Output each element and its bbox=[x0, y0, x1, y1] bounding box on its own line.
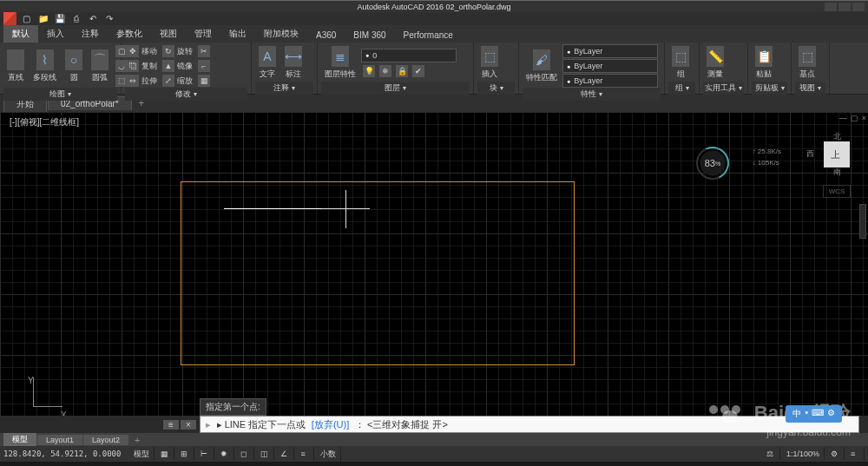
layer-properties-button[interactable]: ≣图层特性 bbox=[321, 44, 359, 82]
ribbon-tab-performance[interactable]: Performance bbox=[395, 28, 462, 43]
layer-freeze-icon[interactable]: ❄ bbox=[378, 64, 393, 78]
base-view-button[interactable]: ⬚基点 bbox=[795, 44, 819, 82]
mirror-button[interactable]: ▲镜像 bbox=[161, 59, 194, 73]
insert-block-button[interactable]: ⬚插入 bbox=[477, 44, 502, 82]
ribbon-tab-insert[interactable]: 插入 bbox=[38, 25, 73, 43]
viewport-controls[interactable]: [-][俯视][二维线框] bbox=[7, 115, 82, 129]
status-ortho-icon[interactable]: ⊢ bbox=[196, 448, 214, 460]
layer-combo[interactable]: 0 bbox=[361, 49, 457, 62]
status-snap-icon[interactable]: ⊞ bbox=[176, 448, 194, 460]
panel-title-group[interactable]: 组 bbox=[668, 82, 695, 95]
panel-title-properties[interactable]: 特性 bbox=[523, 88, 661, 101]
stretch-button[interactable]: ⇔拉伸 bbox=[125, 74, 159, 88]
wcs-label[interactable]: WCS bbox=[823, 185, 852, 198]
status-bar: 128.8420, 54.9212, 0.0000 模型 ▦ ⊞ ⊢ ✹ ◻ ◫… bbox=[0, 446, 868, 462]
status-polar-icon[interactable]: ✹ bbox=[216, 448, 234, 460]
panel-title-utilities[interactable]: 实用工具 bbox=[703, 82, 744, 95]
net-stats: 25.8K/s 105K/s bbox=[753, 147, 781, 169]
view-cube[interactable]: 上 北 南 西 WCS bbox=[811, 138, 863, 198]
array-button[interactable]: ▦ bbox=[196, 74, 212, 88]
linetype-combo[interactable]: ByLayer bbox=[562, 74, 658, 88]
status-model[interactable]: 模型 bbox=[129, 447, 155, 462]
cube-top-face[interactable]: 上 北 南 西 bbox=[824, 141, 850, 167]
ribbon-tab-manage[interactable]: 管理 bbox=[186, 25, 220, 43]
new-icon[interactable]: ▢ bbox=[20, 14, 33, 24]
layer-lock-icon[interactable]: 🔒 bbox=[394, 64, 410, 78]
panel-title-draw[interactable]: 绘图 bbox=[3, 88, 117, 101]
panel-title-layers[interactable]: 图层 bbox=[321, 82, 470, 95]
viewport-minimize-icon[interactable]: — bbox=[839, 114, 847, 122]
fillet-button[interactable]: ⌐ bbox=[196, 59, 212, 73]
polyline-button[interactable]: ⌇多段线 bbox=[30, 48, 60, 85]
copy-button[interactable]: ⿻复制 bbox=[125, 59, 159, 73]
ribbon-tab-annotate[interactable]: 注释 bbox=[73, 25, 108, 43]
viewport-close-icon[interactable]: × bbox=[862, 114, 866, 122]
layout-tab-1[interactable]: Layout1 bbox=[37, 435, 82, 445]
status-grid-icon[interactable]: ▦ bbox=[156, 448, 174, 460]
status-units[interactable]: 小数 bbox=[316, 447, 341, 462]
ribbon-tab-bim360[interactable]: BIM 360 bbox=[345, 28, 394, 43]
crosshair-horizontal bbox=[321, 208, 370, 209]
ribbon-content: 直线 ⌇多段线 ○圆 ⌒圆弧 ▢ ◡ ⬚ 绘图 ✥移动 ⿻复制 ⇔拉伸 ↻旋转 … bbox=[0, 43, 868, 95]
coords-display[interactable]: 128.8420, 54.9212, 0.0000 bbox=[3, 450, 128, 458]
cmd-close-icon[interactable]: × bbox=[181, 420, 196, 430]
panel-title-block[interactable]: 块 bbox=[477, 82, 515, 95]
ribbon-tab-addins[interactable]: 附加模块 bbox=[255, 25, 307, 43]
cmd-history-icon[interactable]: ≡ bbox=[163, 420, 179, 430]
layout-tab-2[interactable]: Layout2 bbox=[83, 435, 128, 445]
open-icon[interactable]: 📁 bbox=[36, 14, 49, 24]
minimize-button[interactable] bbox=[825, 3, 837, 11]
nav-bar[interactable] bbox=[859, 204, 866, 239]
maximize-button[interactable] bbox=[838, 3, 851, 11]
line-button[interactable]: 直线 bbox=[3, 48, 28, 85]
layer-off-icon[interactable]: 💡 bbox=[361, 64, 377, 78]
close-button[interactable] bbox=[852, 3, 865, 11]
circle-button[interactable]: ○圆 bbox=[62, 48, 86, 85]
lineweight-combo[interactable]: ByLayer bbox=[562, 59, 658, 73]
status-lwt-icon[interactable]: ≡ bbox=[296, 448, 314, 460]
group-button[interactable]: ⬚组 bbox=[668, 44, 693, 82]
rotate-button[interactable]: ↻旋转 bbox=[161, 44, 194, 58]
viewport-restore-icon[interactable]: ▢ bbox=[851, 114, 858, 122]
ribbon-tab-a360[interactable]: A360 bbox=[307, 28, 345, 43]
trim-button[interactable]: ✂ bbox=[196, 44, 212, 58]
status-annoscale-icon[interactable]: ⚖ bbox=[762, 448, 780, 460]
panel-title-modify[interactable]: 修改 bbox=[125, 88, 247, 101]
ribbon-tab-default[interactable]: 默认 bbox=[3, 25, 38, 43]
status-3dosnap-icon[interactable]: ◫ bbox=[256, 448, 274, 460]
ribbon-tab-parametric[interactable]: 参数化 bbox=[108, 25, 151, 43]
undo-icon[interactable]: ↶ bbox=[86, 14, 99, 24]
save-icon[interactable]: 💾 bbox=[53, 14, 66, 24]
redo-icon[interactable]: ↷ bbox=[102, 14, 115, 24]
status-osnap-icon[interactable]: ◻ bbox=[236, 448, 254, 460]
dimension-button[interactable]: ⟷标注 bbox=[281, 44, 306, 82]
status-customize-icon[interactable]: ≡ bbox=[846, 448, 865, 460]
perf-gauge: 83% bbox=[696, 147, 729, 180]
arc-button[interactable]: ⌒圆弧 bbox=[88, 48, 112, 85]
paste-button[interactable]: 📋粘贴 bbox=[752, 44, 776, 82]
ribbon-tab-output[interactable]: 输出 bbox=[220, 25, 255, 43]
text-button[interactable]: A文字 bbox=[255, 44, 279, 82]
move-button[interactable]: ✥移动 bbox=[125, 44, 159, 58]
status-zoom[interactable]: 1:1/100% bbox=[782, 448, 825, 460]
drawing-canvas[interactable]: — ▢ × [-][俯视][二维线框] 83% 25.8K/s 105K/s 上… bbox=[0, 112, 868, 416]
status-gear-icon[interactable]: ⚙ bbox=[826, 448, 845, 460]
layout-tab-add[interactable]: + bbox=[129, 435, 145, 445]
app-logo[interactable] bbox=[3, 12, 16, 25]
status-otrack-icon[interactable]: ∠ bbox=[276, 448, 294, 460]
app-title: Autodesk AutoCAD 2016 02_orthoPolar.dwg bbox=[357, 3, 510, 11]
panel-title-view[interactable]: 视图 bbox=[795, 82, 825, 95]
color-combo[interactable]: ByLayer bbox=[562, 44, 658, 58]
panel-title-clipboard[interactable]: 剪贴板 bbox=[752, 82, 787, 95]
layout-tab-model[interactable]: 模型 bbox=[3, 433, 36, 446]
command-line[interactable]: ▸ ▸ LINE 指定下一点或 [放弃(U)] ： <三维对象捕捉 开> bbox=[200, 416, 859, 433]
layer-match-icon[interactable]: ✔ bbox=[411, 64, 426, 78]
save-as-icon[interactable]: ⎙ bbox=[69, 14, 82, 24]
measure-button[interactable]: 📏测量 bbox=[703, 44, 727, 82]
scale-button[interactable]: ⤢缩放 bbox=[161, 74, 194, 88]
panel-title-annotation[interactable]: 注释 bbox=[255, 82, 313, 95]
match-properties-button[interactable]: 🖌特性匹配 bbox=[523, 48, 561, 85]
watermark-paw-icon bbox=[709, 405, 738, 423]
ribbon-tab-view[interactable]: 视图 bbox=[151, 25, 186, 43]
ime-indicator[interactable]: 中•⌨⚙ bbox=[786, 405, 842, 423]
